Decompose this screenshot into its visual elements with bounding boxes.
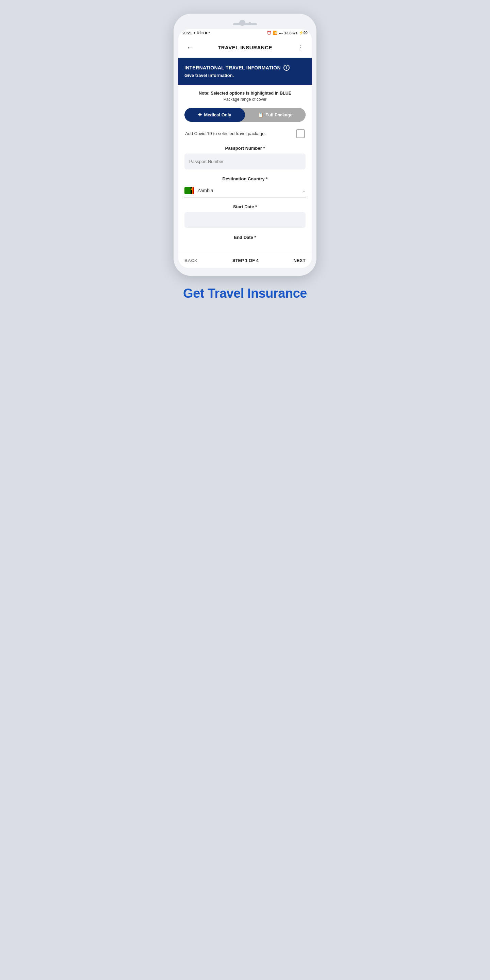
status-icons: ♦ ⊖ in ▶ • xyxy=(193,30,210,35)
app-title: TRAVEL INSURANCE xyxy=(218,45,272,50)
phone-screen: 20:21 ♦ ⊖ in ▶ • ⏰ 📶 ▪▪▪ 13.8K/s ⚡90 ← T… xyxy=(178,29,312,268)
banner-title-text: INTERNATIONAL TRAVEL INFORMATION xyxy=(185,65,281,70)
footer-title: Get Travel Insurance xyxy=(183,286,307,301)
status-battery: ⚡90 xyxy=(299,30,308,35)
start-date-field-group: Start Date * 2023-06-21 xyxy=(185,204,305,228)
destination-value: Zambia xyxy=(197,188,302,193)
banner-subtitle: Give travel information. xyxy=(185,73,305,78)
note-subtext: Package range of cover xyxy=(185,97,305,102)
covid-row: Add Covid-19 to selected travel package. xyxy=(185,129,305,138)
menu-button[interactable]: ⋮ xyxy=(295,42,305,53)
status-bar: 20:21 ♦ ⊖ in ▶ • ⏰ 📶 ▪▪▪ 13.8K/s ⚡90 xyxy=(178,29,312,37)
status-battery-text: 13.8K/s xyxy=(284,31,298,35)
medical-only-button[interactable]: ✚ Medical Only xyxy=(185,108,245,122)
svg-rect-3 xyxy=(193,187,194,194)
full-package-button[interactable]: 📋 Full Package xyxy=(245,108,305,122)
covid-checkbox[interactable] xyxy=(296,129,305,138)
bottom-nav: BACK STEP 1 OF 4 NEXT xyxy=(178,253,312,268)
step-indicator: STEP 1 OF 4 xyxy=(232,258,259,263)
end-date-label: End Date * xyxy=(185,235,305,240)
medical-label: Medical Only xyxy=(204,112,231,118)
end-date-field-group: End Date * xyxy=(185,235,305,240)
status-alarm: ⏰ xyxy=(267,30,272,35)
svg-rect-2 xyxy=(192,187,193,194)
status-time: 20:21 xyxy=(182,31,192,35)
destination-label: Destination Country * xyxy=(185,176,305,181)
status-signal: ▪▪▪ xyxy=(279,31,283,35)
covid-label: Add Covid-19 to selected travel package. xyxy=(185,130,296,137)
start-date-label: Start Date * xyxy=(185,204,305,209)
banner-title-row: INTERNATIONAL TRAVEL INFORMATION i xyxy=(185,65,305,71)
passport-input[interactable] xyxy=(185,153,305,169)
info-icon: i xyxy=(283,65,290,71)
app-header: ← TRAVEL INSURANCE ⋮ xyxy=(178,37,312,58)
page-footer: Get Travel Insurance xyxy=(183,286,307,301)
passport-label: Passport Number * xyxy=(185,146,305,151)
start-date-input[interactable]: 2023-06-21 xyxy=(185,212,305,228)
zambia-flag-icon xyxy=(185,187,194,194)
passport-field-group: Passport Number * xyxy=(185,146,305,169)
content-area: Note: Selected options is highlighted in… xyxy=(178,85,312,253)
next-button[interactable]: NEXT xyxy=(293,258,305,263)
phone-pill xyxy=(233,23,257,25)
medical-icon: ✚ xyxy=(198,112,202,118)
back-nav-button[interactable]: BACK xyxy=(185,258,198,263)
svg-rect-1 xyxy=(191,187,192,194)
back-button[interactable]: ← xyxy=(185,42,195,53)
status-right: ⏰ 📶 ▪▪▪ 13.8K/s ⚡90 xyxy=(267,30,308,35)
status-wifi: 📶 xyxy=(273,30,278,35)
full-icon: 📋 xyxy=(258,112,263,118)
info-banner: INTERNATIONAL TRAVEL INFORMATION i Give … xyxy=(178,58,312,85)
destination-field-group: Destination Country * Zambia ↓ xyxy=(185,176,305,197)
destination-select[interactable]: Zambia ↓ xyxy=(185,184,305,197)
full-label: Full Package xyxy=(266,112,292,118)
status-left: 20:21 ♦ ⊖ in ▶ • xyxy=(182,30,210,35)
package-toggle: ✚ Medical Only 📋 Full Package xyxy=(185,108,305,122)
note-highlighted: Note: Selected options is highlighted in… xyxy=(185,91,305,95)
phone-frame: 20:21 ♦ ⊖ in ▶ • ⏰ 📶 ▪▪▪ 13.8K/s ⚡90 ← T… xyxy=(173,14,317,276)
chevron-down-icon: ↓ xyxy=(302,187,305,194)
